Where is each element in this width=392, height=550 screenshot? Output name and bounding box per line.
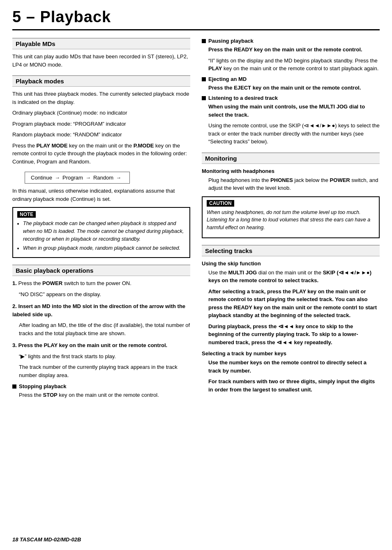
playback-modes-press: Press the PLAY MODE key on the main unit… (12, 142, 190, 166)
note-list: The playback mode can be changed when pl… (23, 220, 185, 252)
footer: 18 TASCAM MD-02/MD-02B (12, 536, 81, 543)
page: 5 – Playback Playable MDs This unit can … (0, 0, 392, 550)
step-2: 2. Insert an MD into the MD slot in the … (12, 302, 190, 337)
step-2-num: 2. (12, 303, 17, 309)
playback-mode-diagram: Continue → Program → Random → (25, 172, 130, 184)
playable-mds-body: This unit can play audio MDs that have b… (12, 53, 190, 69)
step-3-num: 3. (12, 342, 17, 348)
step-1-detail: “NO DISC” appears on the display. (19, 290, 190, 299)
listening-body2: Using the remote control, use the SKIP (… (208, 122, 380, 146)
pausing-header: Pausing playback (202, 38, 380, 44)
diagram-random: Random (93, 175, 113, 181)
pausing-bullet (202, 39, 206, 43)
note-item-2: When in group playback mode, random play… (23, 244, 185, 252)
number-p2: For track numbers with two or three digi… (208, 377, 380, 394)
number-p1: Use the number keys on the remote contro… (208, 359, 380, 375)
listening-header: Listening to a desired track (202, 95, 380, 101)
step-2-main: 2. Insert an MD into the MD slot in the … (12, 302, 190, 318)
number-keys-title: Selecting a track by number keys (202, 350, 380, 357)
stopping-body: Press the STOP key on the main unit or t… (19, 391, 190, 399)
monitoring-body: Plug headphones into the PHONES jack bel… (208, 176, 380, 192)
basic-ops-title: Basic playback operations (12, 265, 190, 276)
pausing-playback: Pausing playback Press the READY key on … (202, 38, 380, 73)
listening-bullet (202, 96, 206, 100)
diagram-program: Program (62, 175, 83, 181)
step-3-main: 3. Press the PLAY key on the main unit o… (12, 341, 190, 350)
mode-2: Program playback mode: “PROGRAM” indicat… (12, 120, 190, 128)
note-box: NOTE The playback mode can be changed wh… (12, 207, 190, 258)
page-title: 5 – Playback (12, 8, 380, 30)
selecting-tracks-title: Selecting tracks (202, 245, 380, 256)
step-3-detail1: “▶” lights and the first track starts to… (19, 352, 190, 361)
footer-text: 18 TASCAM MD-02/MD-02B (12, 536, 81, 543)
ejecting-bullet (202, 77, 206, 81)
playable-mds-title: Playable MDs (12, 38, 190, 49)
stopping-playback: Stopping playback Press the STOP key on … (12, 383, 190, 399)
ejecting-md: Ejecting an MD Press the EJECT key on th… (202, 76, 380, 92)
step-2-detail: After loading an MD, the title of the di… (19, 321, 190, 337)
skip-function-title: Using the skip function (202, 260, 380, 267)
stopping-bullet (12, 384, 16, 389)
step-1: 1. Press the POWER switch to turn the po… (12, 279, 190, 298)
playback-modes-title: Playback modes (12, 75, 190, 87)
caution-box: CAUTION When using headphones, do not tu… (202, 196, 380, 238)
monitoring-title: Monitoring (202, 152, 380, 164)
listening-title: Listening to a desired track (208, 95, 278, 101)
arrow-3: → (116, 175, 121, 181)
pausing-bold: Press the READY key on the main unit or … (208, 46, 380, 54)
pausing-title: Pausing playback (208, 38, 254, 44)
note-label: NOTE (17, 211, 36, 218)
playback-modes-intro: This unit has three playback modes. The … (12, 90, 190, 106)
pausing-body: “II” lights on the display and the MD be… (208, 57, 380, 73)
arrow-2: → (85, 175, 91, 181)
skip-p1: Use the MULTI JOG dial on the main unit … (208, 269, 380, 285)
listening-bold1: When using the main unit controls, use t… (208, 103, 380, 119)
skip-p2: After selecting a track, press the PLAY … (208, 288, 380, 320)
step-3-detail2: The track number of the currently playin… (19, 363, 190, 379)
mode-3: Random playback mode: “RANDOM” indicator (12, 131, 190, 139)
monitoring-subsection: Monitoring with headphones (202, 168, 380, 174)
arrow-1: → (55, 175, 60, 181)
caution-label: CAUTION (207, 200, 234, 207)
skip-p3: During playback, press the ⧏◄◄ key once … (208, 322, 380, 347)
ejecting-bold: Press the EJECT key on the main unit or … (208, 84, 380, 92)
ejecting-title: Ejecting an MD (208, 76, 247, 82)
step-1-num: 1. (12, 280, 17, 286)
right-column: Pausing playback Press the READY key on … (202, 38, 380, 403)
step-3: 3. Press the PLAY key on the main unit o… (12, 341, 190, 379)
step-1-main: 1. Press the POWER switch to turn the po… (12, 279, 190, 288)
listening: Listening to a desired track When using … (202, 95, 380, 146)
caution-text: When using headphones, do not turn the v… (207, 209, 375, 232)
note-item-1: The playback mode can be changed when pl… (23, 220, 185, 243)
left-column: Playable MDs This unit can play audio MD… (12, 38, 190, 403)
stopping-title: Stopping playback (19, 383, 67, 389)
ejecting-header: Ejecting an MD (202, 76, 380, 82)
diagram-continue: Continue (31, 175, 52, 181)
after-diagram: In this manual, unless otherwise indicat… (12, 187, 190, 203)
two-column-layout: Playable MDs This unit can play audio MD… (12, 38, 380, 403)
mode-1: Ordinary playback (Continue) mode: no in… (12, 109, 190, 117)
stopping-header: Stopping playback (12, 383, 190, 389)
